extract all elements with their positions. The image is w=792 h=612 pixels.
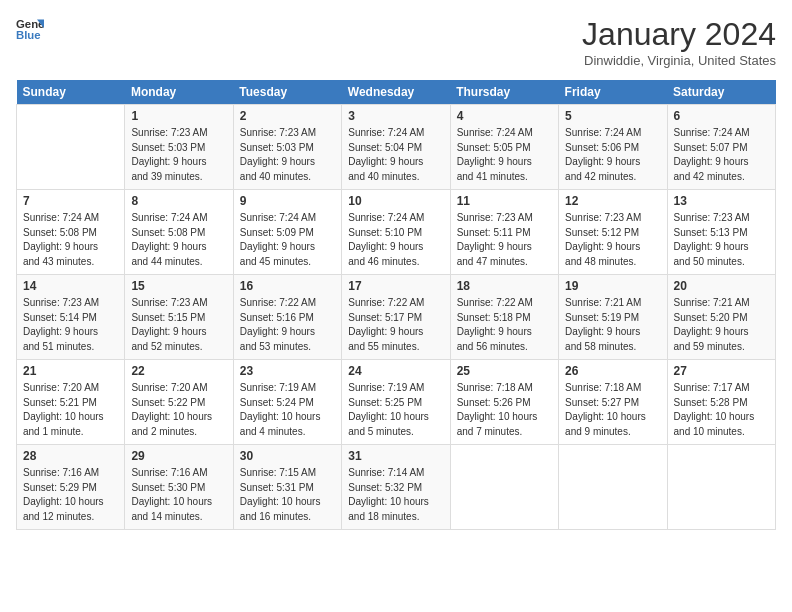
day-cell [450,445,558,530]
day-info: Sunrise: 7:20 AM Sunset: 5:22 PM Dayligh… [131,381,226,439]
day-cell: 2Sunrise: 7:23 AM Sunset: 5:03 PM Daylig… [233,105,341,190]
header-cell-wednesday: Wednesday [342,80,450,105]
day-number: 23 [240,364,335,378]
day-info: Sunrise: 7:24 AM Sunset: 5:09 PM Dayligh… [240,211,335,269]
day-number: 2 [240,109,335,123]
day-cell: 22Sunrise: 7:20 AM Sunset: 5:22 PM Dayli… [125,360,233,445]
day-number: 19 [565,279,660,293]
day-cell: 9Sunrise: 7:24 AM Sunset: 5:09 PM Daylig… [233,190,341,275]
header-cell-sunday: Sunday [17,80,125,105]
day-info: Sunrise: 7:23 AM Sunset: 5:14 PM Dayligh… [23,296,118,354]
day-cell [667,445,775,530]
day-number: 31 [348,449,443,463]
week-row-1: 7Sunrise: 7:24 AM Sunset: 5:08 PM Daylig… [17,190,776,275]
day-number: 27 [674,364,769,378]
day-info: Sunrise: 7:19 AM Sunset: 5:25 PM Dayligh… [348,381,443,439]
day-info: Sunrise: 7:20 AM Sunset: 5:21 PM Dayligh… [23,381,118,439]
day-number: 17 [348,279,443,293]
week-row-3: 21Sunrise: 7:20 AM Sunset: 5:21 PM Dayli… [17,360,776,445]
day-info: Sunrise: 7:18 AM Sunset: 5:27 PM Dayligh… [565,381,660,439]
day-number: 25 [457,364,552,378]
day-cell: 28Sunrise: 7:16 AM Sunset: 5:29 PM Dayli… [17,445,125,530]
day-info: Sunrise: 7:19 AM Sunset: 5:24 PM Dayligh… [240,381,335,439]
day-cell: 10Sunrise: 7:24 AM Sunset: 5:10 PM Dayli… [342,190,450,275]
calendar-body: 1Sunrise: 7:23 AM Sunset: 5:03 PM Daylig… [17,105,776,530]
day-number: 26 [565,364,660,378]
day-number: 29 [131,449,226,463]
day-cell: 14Sunrise: 7:23 AM Sunset: 5:14 PM Dayli… [17,275,125,360]
week-row-4: 28Sunrise: 7:16 AM Sunset: 5:29 PM Dayli… [17,445,776,530]
logo-icon: General Blue [16,16,44,44]
day-cell: 19Sunrise: 7:21 AM Sunset: 5:19 PM Dayli… [559,275,667,360]
day-number: 22 [131,364,226,378]
day-info: Sunrise: 7:24 AM Sunset: 5:08 PM Dayligh… [131,211,226,269]
page-header: General Blue January 2024 Dinwiddie, Vir… [16,16,776,68]
day-info: Sunrise: 7:16 AM Sunset: 5:29 PM Dayligh… [23,466,118,524]
day-number: 24 [348,364,443,378]
svg-text:Blue: Blue [16,29,41,41]
day-cell: 20Sunrise: 7:21 AM Sunset: 5:20 PM Dayli… [667,275,775,360]
day-info: Sunrise: 7:24 AM Sunset: 5:05 PM Dayligh… [457,126,552,184]
day-cell: 4Sunrise: 7:24 AM Sunset: 5:05 PM Daylig… [450,105,558,190]
day-number: 6 [674,109,769,123]
day-info: Sunrise: 7:14 AM Sunset: 5:32 PM Dayligh… [348,466,443,524]
day-number: 16 [240,279,335,293]
day-cell: 13Sunrise: 7:23 AM Sunset: 5:13 PM Dayli… [667,190,775,275]
location: Dinwiddie, Virginia, United States [582,53,776,68]
day-cell: 12Sunrise: 7:23 AM Sunset: 5:12 PM Dayli… [559,190,667,275]
day-info: Sunrise: 7:15 AM Sunset: 5:31 PM Dayligh… [240,466,335,524]
day-cell: 5Sunrise: 7:24 AM Sunset: 5:06 PM Daylig… [559,105,667,190]
header-cell-friday: Friday [559,80,667,105]
day-info: Sunrise: 7:23 AM Sunset: 5:03 PM Dayligh… [240,126,335,184]
day-number: 21 [23,364,118,378]
day-cell: 1Sunrise: 7:23 AM Sunset: 5:03 PM Daylig… [125,105,233,190]
logo: General Blue [16,16,44,44]
day-info: Sunrise: 7:24 AM Sunset: 5:08 PM Dayligh… [23,211,118,269]
day-cell: 11Sunrise: 7:23 AM Sunset: 5:11 PM Dayli… [450,190,558,275]
day-info: Sunrise: 7:24 AM Sunset: 5:10 PM Dayligh… [348,211,443,269]
header-cell-tuesday: Tuesday [233,80,341,105]
day-cell: 29Sunrise: 7:16 AM Sunset: 5:30 PM Dayli… [125,445,233,530]
day-cell: 24Sunrise: 7:19 AM Sunset: 5:25 PM Dayli… [342,360,450,445]
day-number: 5 [565,109,660,123]
day-number: 12 [565,194,660,208]
day-info: Sunrise: 7:23 AM Sunset: 5:13 PM Dayligh… [674,211,769,269]
day-cell: 30Sunrise: 7:15 AM Sunset: 5:31 PM Dayli… [233,445,341,530]
day-info: Sunrise: 7:21 AM Sunset: 5:20 PM Dayligh… [674,296,769,354]
day-number: 20 [674,279,769,293]
day-info: Sunrise: 7:23 AM Sunset: 5:15 PM Dayligh… [131,296,226,354]
day-info: Sunrise: 7:24 AM Sunset: 5:07 PM Dayligh… [674,126,769,184]
day-cell: 16Sunrise: 7:22 AM Sunset: 5:16 PM Dayli… [233,275,341,360]
day-cell: 27Sunrise: 7:17 AM Sunset: 5:28 PM Dayli… [667,360,775,445]
day-number: 9 [240,194,335,208]
day-cell: 23Sunrise: 7:19 AM Sunset: 5:24 PM Dayli… [233,360,341,445]
day-cell: 17Sunrise: 7:22 AM Sunset: 5:17 PM Dayli… [342,275,450,360]
day-number: 4 [457,109,552,123]
day-info: Sunrise: 7:16 AM Sunset: 5:30 PM Dayligh… [131,466,226,524]
day-cell: 3Sunrise: 7:24 AM Sunset: 5:04 PM Daylig… [342,105,450,190]
day-info: Sunrise: 7:17 AM Sunset: 5:28 PM Dayligh… [674,381,769,439]
header-cell-saturday: Saturday [667,80,775,105]
header-cell-monday: Monday [125,80,233,105]
day-number: 8 [131,194,226,208]
title-block: January 2024 Dinwiddie, Virginia, United… [582,16,776,68]
day-cell: 6Sunrise: 7:24 AM Sunset: 5:07 PM Daylig… [667,105,775,190]
header-cell-thursday: Thursday [450,80,558,105]
day-cell: 15Sunrise: 7:23 AM Sunset: 5:15 PM Dayli… [125,275,233,360]
day-info: Sunrise: 7:22 AM Sunset: 5:17 PM Dayligh… [348,296,443,354]
day-info: Sunrise: 7:24 AM Sunset: 5:04 PM Dayligh… [348,126,443,184]
day-info: Sunrise: 7:24 AM Sunset: 5:06 PM Dayligh… [565,126,660,184]
day-cell: 7Sunrise: 7:24 AM Sunset: 5:08 PM Daylig… [17,190,125,275]
day-number: 14 [23,279,118,293]
day-number: 11 [457,194,552,208]
header-row: SundayMondayTuesdayWednesdayThursdayFrid… [17,80,776,105]
day-info: Sunrise: 7:23 AM Sunset: 5:03 PM Dayligh… [131,126,226,184]
day-number: 1 [131,109,226,123]
day-number: 30 [240,449,335,463]
day-number: 13 [674,194,769,208]
week-row-0: 1Sunrise: 7:23 AM Sunset: 5:03 PM Daylig… [17,105,776,190]
week-row-2: 14Sunrise: 7:23 AM Sunset: 5:14 PM Dayli… [17,275,776,360]
day-cell: 18Sunrise: 7:22 AM Sunset: 5:18 PM Dayli… [450,275,558,360]
day-cell: 8Sunrise: 7:24 AM Sunset: 5:08 PM Daylig… [125,190,233,275]
day-number: 15 [131,279,226,293]
